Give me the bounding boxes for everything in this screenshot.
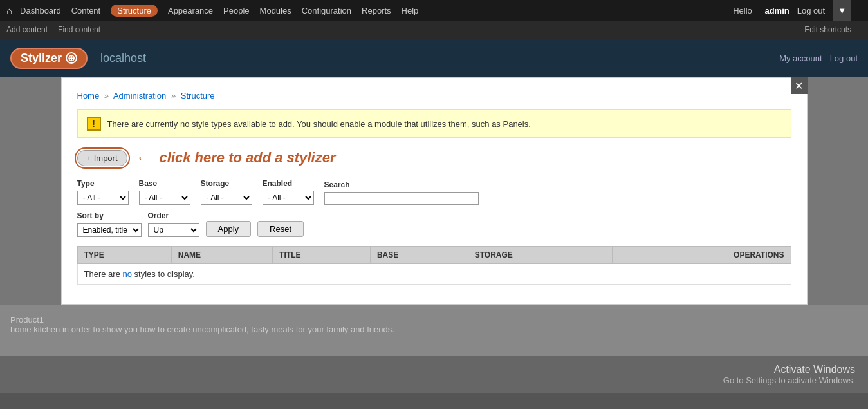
type-filter-label: Type [77, 179, 129, 188]
import-button[interactable]: + Import [77, 150, 127, 166]
warning-icon: ! [87, 117, 101, 131]
base-filter-group: Base - All - [139, 179, 190, 205]
no-styles-text-before: There are [84, 269, 123, 279]
search-filter-group: Search [324, 180, 479, 205]
sort-by-select[interactable]: Enabled, title [77, 223, 142, 237]
type-filter-select[interactable]: - All - [77, 191, 129, 205]
bg-product: Product1 [10, 315, 44, 325]
order-label: Order [148, 211, 199, 220]
storage-filter-select[interactable]: - All - [201, 191, 252, 205]
windows-activation: Activate Windows Go to Settings to activ… [0, 356, 868, 393]
breadcrumb-home[interactable]: Home [77, 91, 100, 100]
top-logout-link[interactable]: Log out [797, 6, 825, 15]
import-row: + Import ← click here to add a stylizer [77, 149, 791, 166]
nav-appearance[interactable]: Appearance [168, 6, 213, 15]
reset-button[interactable]: Reset [257, 221, 304, 237]
storage-filter-group: Storage - All - [201, 179, 252, 205]
find-content-shortcut[interactable]: Find content [58, 25, 100, 34]
enabled-filter-select[interactable]: - All - [263, 191, 314, 205]
stylizer-add-icon[interactable]: ⊕ [66, 52, 77, 64]
apply-button[interactable]: Apply [206, 221, 252, 237]
type-filter-group: Type - All - [77, 179, 129, 205]
nav-content[interactable]: Content [71, 6, 101, 15]
modal-overlay: ✕ Home » Administration » Structure ! Th… [0, 77, 868, 356]
breadcrumb-admin[interactable]: Administration [113, 91, 166, 100]
sort-row: Sort by Enabled, title Order Up Apply Re… [77, 211, 791, 237]
breadcrumb-structure[interactable]: Structure [181, 91, 215, 100]
col-base: BASE [370, 247, 468, 264]
nav-structure[interactable]: Structure [111, 5, 158, 17]
sort-by-label: Sort by [77, 211, 142, 220]
background-content: Product1 home kitchen in order to show y… [0, 305, 868, 356]
win-activate-sub: Go to Settings to activate Windows. [13, 376, 855, 385]
nav-people[interactable]: People [223, 6, 249, 15]
filter-row-1: Type - All - Base - All - Storage - All … [77, 179, 791, 205]
my-account-link[interactable]: My account [779, 53, 822, 63]
no-styles-text-after: styles to display. [132, 269, 195, 279]
nav-help[interactable]: Help [402, 6, 419, 15]
win-activate-title: Activate Windows [13, 364, 855, 376]
site-url: localhost [100, 52, 146, 65]
col-storage: STORAGE [468, 247, 612, 264]
header-logout-link[interactable]: Log out [830, 53, 858, 63]
nav-modules[interactable]: Modules [260, 6, 291, 15]
breadcrumb: Home » Administration » Structure [77, 91, 791, 100]
search-input[interactable] [324, 192, 479, 205]
shortcuts-bar: Add content Find content Edit shortcuts [0, 21, 868, 39]
col-type: TYPE [77, 247, 171, 264]
site-header: Stylizer ⊕ localhost My account Log out [0, 39, 868, 77]
click-here-text: click here to add a stylizer [160, 149, 336, 166]
enabled-filter-group: Enabled - All - [263, 179, 314, 205]
search-filter-label: Search [324, 180, 479, 189]
bg-text: home kitchen in order to show you how to… [10, 325, 394, 334]
header-user-links: My account Log out [779, 53, 858, 63]
top-navigation: ⌂ Dashboard Content Structure Appearance… [0, 0, 868, 21]
modal-box: ✕ Home » Administration » Structure ! Th… [61, 77, 808, 305]
stylizer-badge[interactable]: Stylizer ⊕ [10, 48, 88, 69]
col-operations: OPERATIONS [612, 247, 791, 264]
col-title: TITLE [273, 247, 371, 264]
table-header-row: TYPE NAME TITLE BASE STORAGE OPERATIONS [77, 247, 791, 264]
warning-text: There are currently no style types avail… [107, 119, 531, 129]
base-filter-select[interactable]: - All - [139, 191, 190, 205]
col-name: NAME [171, 247, 272, 264]
stylizer-label: Stylizer [21, 52, 62, 65]
styles-table: TYPE NAME TITLE BASE STORAGE OPERATIONS … [77, 246, 791, 285]
no-styles-link[interactable]: no [122, 269, 131, 279]
home-icon[interactable]: ⌂ [6, 5, 12, 16]
edit-shortcuts-link[interactable]: Edit shortcuts [804, 25, 851, 34]
filters-section: Type - All - Base - All - Storage - All … [77, 179, 791, 237]
storage-filter-label: Storage [201, 179, 252, 188]
breadcrumb-sep2: » [171, 91, 176, 100]
no-styles-cell: There are no styles to display. [77, 264, 791, 285]
breadcrumb-sep1: » [104, 91, 109, 100]
nav-dashboard[interactable]: Dashboard [20, 6, 61, 15]
sort-by-group: Sort by Enabled, title [77, 211, 142, 237]
user-dropdown-button[interactable]: ▼ [833, 0, 851, 21]
enabled-filter-label: Enabled [263, 179, 314, 188]
add-content-shortcut[interactable]: Add content [6, 25, 48, 34]
warning-box: ! There are currently no style types ava… [77, 109, 791, 138]
nav-configuration[interactable]: Configuration [302, 6, 351, 15]
base-filter-label: Base [139, 179, 190, 188]
table-row: There are no styles to display. [77, 264, 791, 285]
nav-reports[interactable]: Reports [362, 6, 391, 15]
order-select[interactable]: Up [148, 223, 199, 237]
order-group: Order Up [148, 211, 199, 237]
user-greeting: Hello admin [733, 6, 790, 15]
arrow-icon: ← [136, 149, 151, 166]
modal-close-button[interactable]: ✕ [791, 77, 808, 94]
